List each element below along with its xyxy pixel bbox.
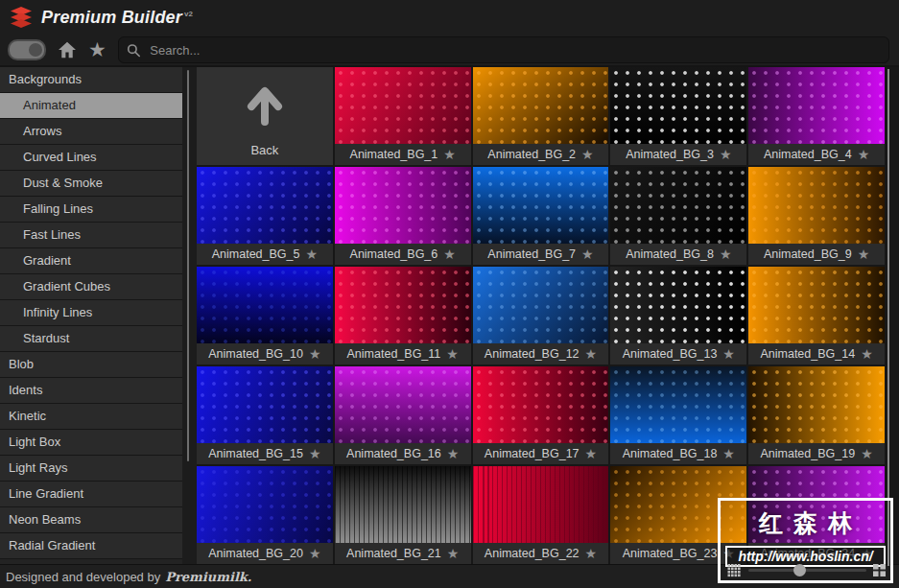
thumbnail-label-bar: Animated_BG_17★ <box>473 443 609 464</box>
sidebar-list: BackgroundsAnimatedArrowsCurved LinesDus… <box>0 67 182 559</box>
sidebar-scrollbar[interactable] <box>187 70 189 461</box>
home-icon[interactable] <box>58 41 77 59</box>
sidebar-item-backgrounds[interactable]: Backgrounds <box>0 67 182 93</box>
sidebar-item-blob[interactable]: Blob <box>0 352 182 378</box>
toolbar: ★ <box>0 35 899 67</box>
category-sidebar: BackgroundsAnimatedArrowsCurved LinesDus… <box>0 67 182 564</box>
sidebar-item-dust-smoke[interactable]: Dust & Smoke <box>0 171 182 197</box>
sidebar-item-gradient-cubes[interactable]: Gradient Cubes <box>0 274 182 300</box>
thumbnail-cell-animated-bg-9[interactable]: Animated_BG_9★ <box>748 167 885 265</box>
sidebar-item-idents[interactable]: Idents <box>0 378 182 404</box>
large-grid-icon[interactable] <box>873 564 886 576</box>
thumbnail-cell-animated-bg-13[interactable]: Animated_BG_13★ <box>610 267 746 365</box>
thumbnail-cell-animated-bg-17[interactable]: Animated_BG_17★ <box>473 366 609 464</box>
favorite-star-icon[interactable]: ★ <box>722 447 735 460</box>
thumbnail-cell-animated-bg-4[interactable]: Animated_BG_4★ <box>748 67 885 165</box>
thumbnail-label: Animated_BG_17 <box>485 447 580 460</box>
thumbnail-cell-animated-bg-7[interactable]: Animated_BG_7★ <box>473 167 609 265</box>
favorite-star-icon[interactable]: ★ <box>861 447 873 460</box>
favorite-star-icon[interactable]: ★ <box>858 247 870 261</box>
search-input[interactable] <box>148 42 881 59</box>
sidebar-item-neon-beams[interactable]: Neon Beams <box>0 507 182 533</box>
favorite-star-icon[interactable]: ★ <box>585 547 598 560</box>
thumbnail-cell-animated-bg-19[interactable]: Animated_BG_19★ <box>748 366 885 464</box>
thumbnail-image <box>335 466 471 543</box>
favorite-star-icon[interactable]: ★ <box>447 447 460 460</box>
thumbnail-cell-animated-bg-14[interactable]: Animated_BG_14★ <box>748 267 885 365</box>
thumbnail-cell-animated-bg-15[interactable]: Animated_BG_15★ <box>197 366 333 464</box>
slider-handle[interactable] <box>793 564 806 576</box>
favorite-star-icon[interactable]: ★ <box>305 247 318 261</box>
thumbnail-cell-animated-bg-3[interactable]: Animated_BG_3★ <box>610 67 746 165</box>
favorites-star-icon[interactable]: ★ <box>88 38 106 61</box>
thumbnail-image <box>748 167 885 244</box>
sidebar-item-gradient[interactable]: Gradient <box>0 248 182 274</box>
favorite-star-icon[interactable]: ★ <box>309 347 321 361</box>
favorite-star-icon[interactable]: ★ <box>585 347 598 361</box>
thumbnail-cell-animated-bg-11[interactable]: Animated_BG_11★ <box>335 267 471 365</box>
thumbnail-cell-animated-bg-22[interactable]: Animated_BG_22★ <box>473 466 609 564</box>
up-arrow-icon <box>197 67 333 143</box>
favorite-star-icon[interactable]: ★ <box>443 247 456 261</box>
thumbnail-label: Animated_BG_15 <box>208 447 303 460</box>
thumbnail-cell-animated-bg-10[interactable]: Animated_BG_10★ <box>197 267 333 365</box>
sidebar-item-line-gradient[interactable]: Line Gradient <box>0 482 182 507</box>
thumbnail-cell-animated-bg-18[interactable]: Animated_BG_18★ <box>610 366 746 464</box>
thumbnail-label-bar: Animated_BG_10★ <box>197 343 333 365</box>
sidebar-item-curved-lines[interactable]: Curved Lines <box>0 145 182 171</box>
sidebar-item-infinity-lines[interactable]: Infinity Lines <box>0 300 182 326</box>
sidebar-item-light-box[interactable]: Light Box <box>0 430 182 456</box>
favorite-star-icon[interactable]: ★ <box>309 547 321 560</box>
thumbnail-label-bar: Animated_BG_2★ <box>473 144 609 165</box>
footer-text: Designed and developed by <box>6 570 160 584</box>
sidebar-item-animated[interactable]: Animated <box>0 93 182 119</box>
thumbnail-image <box>335 167 471 244</box>
favorite-star-icon[interactable]: ★ <box>443 148 456 161</box>
thumbnail-label-bar: Animated_BG_20★ <box>197 543 333 564</box>
thumbnail-label: Animated_BG_12 <box>485 347 580 361</box>
favorite-star-icon[interactable]: ★ <box>581 148 594 161</box>
favorite-star-icon[interactable]: ★ <box>722 347 735 361</box>
sidebar-item-fast-lines[interactable]: Fast Lines <box>0 223 182 248</box>
sidebar-item-arrows[interactable]: Arrows <box>0 119 182 145</box>
favorite-star-icon[interactable]: ★ <box>309 447 321 460</box>
slider-track[interactable] <box>748 569 866 572</box>
sidebar-item-kinetic[interactable]: Kinetic <box>0 404 182 430</box>
thumbnail-cell-animated-bg-2[interactable]: Animated_BG_2★ <box>473 67 609 165</box>
thumbnail-image <box>610 167 746 244</box>
favorite-star-icon[interactable]: ★ <box>585 447 598 460</box>
favorite-star-icon[interactable]: ★ <box>446 347 459 361</box>
thumbnail-cell-animated-bg-8[interactable]: Animated_BG_8★ <box>610 167 746 265</box>
favorite-star-icon[interactable]: ★ <box>447 547 460 560</box>
favorite-star-icon[interactable]: ★ <box>720 247 732 261</box>
thumbnail-image <box>335 67 471 144</box>
small-grid-icon[interactable] <box>727 564 742 577</box>
thumbnail-cell-animated-bg-6[interactable]: Animated_BG_6★ <box>335 167 471 265</box>
sidebar-item-falling-lines[interactable]: Falling Lines <box>0 197 182 223</box>
favorite-star-icon[interactable]: ★ <box>720 148 732 161</box>
thumbnail-label: Animated_BG_20 <box>208 547 303 560</box>
thumbnail-cell-animated-bg-1[interactable]: Animated_BG_1★ <box>335 67 471 165</box>
panel-toggle-switch[interactable] <box>8 39 46 60</box>
premium-builder-logo-icon <box>10 7 33 28</box>
toggle-knob <box>29 43 42 57</box>
thumbnail-label-bar: Animated_BG_19★ <box>748 443 885 464</box>
thumbnail-cell-animated-bg-5[interactable]: Animated_BG_5★ <box>197 167 333 265</box>
main-scrollbar[interactable] <box>887 69 889 566</box>
favorite-star-icon[interactable]: ★ <box>861 347 873 361</box>
sidebar-item-radial-gradient[interactable]: Radial Gradient <box>0 533 182 559</box>
favorite-star-icon[interactable]: ★ <box>581 247 594 261</box>
thumbnail-cell-animated-bg-20[interactable]: Animated_BG_20★ <box>197 466 333 564</box>
thumbnail-cell-animated-bg-21[interactable]: Animated_BG_21★ <box>335 466 471 564</box>
thumbnail-cell-animated-bg-16[interactable]: Animated_BG_16★ <box>335 366 471 464</box>
thumbnail-label-bar: Animated_BG_14★ <box>748 343 885 365</box>
search-box[interactable] <box>118 36 889 63</box>
thumbnail-label: Animated_BG_23 <box>623 547 718 560</box>
sidebar-item-stardust[interactable]: Stardust <box>0 326 182 352</box>
sidebar-item-light-rays[interactable]: Light Rays <box>0 456 182 482</box>
thumbnail-size-slider[interactable] <box>727 563 886 577</box>
thumbnail-cell-animated-bg-12[interactable]: Animated_BG_12★ <box>473 267 609 365</box>
back-button[interactable]: Back <box>197 67 333 165</box>
favorite-star-icon[interactable]: ★ <box>858 148 870 161</box>
top-bar: Premium Builderv2 <box>0 0 899 35</box>
